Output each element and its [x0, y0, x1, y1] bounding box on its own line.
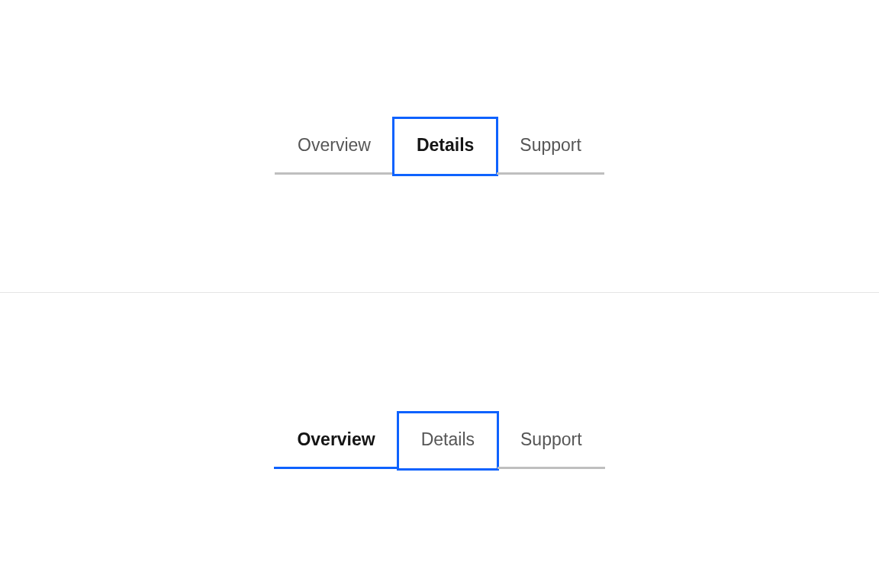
tab-label: Details [421, 429, 475, 450]
tab-label: Details [417, 135, 474, 156]
tab-details[interactable]: Details [398, 413, 497, 469]
tab-label: Support [520, 135, 581, 156]
tab-label: Overview [298, 135, 371, 156]
tab-label: Overview [297, 429, 375, 450]
tab-details[interactable]: Details [394, 118, 497, 175]
tab-example-selected-focused: Overview Details Support [0, 0, 879, 293]
tab-overview[interactable]: Overview [274, 413, 398, 469]
tabs-group-1: Overview Details Support [275, 118, 604, 175]
tab-example-unselected-focused: Overview Details Support [0, 293, 879, 588]
tab-support[interactable]: Support [497, 413, 605, 469]
tabs-group-2: Overview Details Support [274, 413, 604, 469]
tab-support[interactable]: Support [497, 118, 604, 175]
tab-label: Support [520, 429, 582, 450]
tab-overview[interactable]: Overview [275, 118, 394, 175]
